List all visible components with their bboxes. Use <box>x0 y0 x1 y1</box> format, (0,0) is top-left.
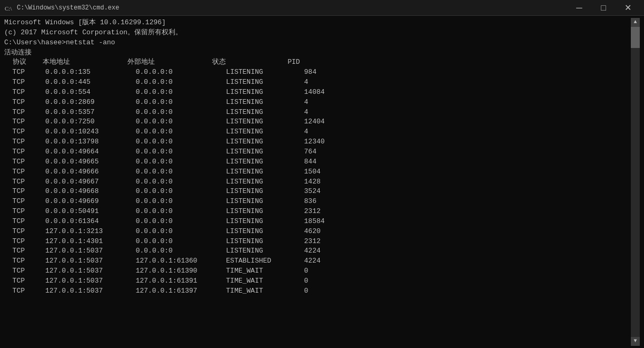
terminal-line: 活动连接 <box>4 48 631 58</box>
terminal-line: TCP 127.0.0.1:3213 0.0.0.0:0 LISTENING 4… <box>4 227 631 237</box>
terminal-line: TCP 0.0.0.0:554 0.0.0.0:0 LISTENING 1408… <box>4 88 631 98</box>
maximize-button[interactable]: □ <box>591 0 616 16</box>
window-title: C:\Windows\system32\cmd.exe <box>17 4 119 12</box>
terminal-line: TCP 0.0.0.0:445 0.0.0.0:0 LISTENING 4 <box>4 78 631 88</box>
terminal-line: 协议 本地地址 外部地址 状态 PID <box>4 57 631 67</box>
terminal-content: Microsoft Windows [版本 10.0.16299.1296](c… <box>4 18 631 346</box>
terminal-line: TCP 0.0.0.0:13798 0.0.0.0:0 LISTENING 12… <box>4 137 631 147</box>
terminal-line: TCP 0.0.0.0:50491 0.0.0.0:0 LISTENING 23… <box>4 207 631 217</box>
terminal-line: TCP 127.0.0.1:4301 0.0.0.0:0 LISTENING 2… <box>4 237 631 247</box>
terminal-line: TCP 0.0.0.0:10243 0.0.0.0:0 LISTENING 4 <box>4 127 631 137</box>
terminal-line: TCP 0.0.0.0:49664 0.0.0.0:0 LISTENING 76… <box>4 147 631 157</box>
terminal-line: TCP 0.0.0.0:49668 0.0.0.0:0 LISTENING 35… <box>4 187 631 197</box>
scroll-track[interactable] <box>631 27 640 337</box>
close-button[interactable]: ✕ <box>616 0 640 16</box>
terminal-line: Microsoft Windows [版本 10.0.16299.1296] <box>4 18 631 28</box>
cmd-icon: C:\ <box>4 4 13 12</box>
terminal-line: TCP 0.0.0.0:7250 0.0.0.0:0 LISTENING 124… <box>4 117 631 127</box>
terminal-line: TCP 127.0.0.1:5037 127.0.0.1:61390 TIME_… <box>4 266 631 276</box>
scroll-container: Microsoft Windows [版本 10.0.16299.1296](c… <box>4 18 640 346</box>
scroll-down-arrow[interactable]: ▼ <box>631 337 640 346</box>
terminal-line: TCP 0.0.0.0:5357 0.0.0.0:0 LISTENING 4 <box>4 108 631 118</box>
terminal-line: TCP 127.0.0.1:5037 127.0.0.1:61360 ESTAB… <box>4 256 631 266</box>
terminal-line: TCP 0.0.0.0:135 0.0.0.0:0 LISTENING 984 <box>4 67 631 78</box>
scroll-up-arrow[interactable]: ▲ <box>631 18 640 27</box>
terminal-line: TCP 127.0.0.1:5037 127.0.0.1:61397 TIME_… <box>4 286 631 296</box>
titlebar: C:\ C:\Windows\system32\cmd.exe ─ □ ✕ <box>0 0 644 16</box>
terminal-area: Microsoft Windows [版本 10.0.16299.1296](c… <box>0 16 644 348</box>
terminal-line: TCP 0.0.0.0:61364 0.0.0.0:0 LISTENING 18… <box>4 217 631 227</box>
scroll-thumb[interactable] <box>631 27 640 48</box>
window: C:\ C:\Windows\system32\cmd.exe ─ □ ✕ Mi… <box>0 0 644 348</box>
terminal-line: TCP 127.0.0.1:5037 127.0.0.1:61391 TIME_… <box>4 276 631 286</box>
scrollbar[interactable]: ▲ ▼ <box>631 18 640 346</box>
terminal-line: TCP 127.0.0.1:5037 0.0.0.0:0 LISTENING 4… <box>4 246 631 256</box>
terminal-line: TCP 0.0.0.0:49666 0.0.0.0:0 LISTENING 15… <box>4 167 631 177</box>
window-controls: ─ □ ✕ <box>567 0 640 16</box>
terminal-line: TCP 0.0.0.0:49669 0.0.0.0:0 LISTENING 83… <box>4 197 631 207</box>
terminal-line: (c) 2017 Microsoft Corporation。保留所有权利。 <box>4 28 631 38</box>
terminal-line: TCP 0.0.0.0:49665 0.0.0.0:0 LISTENING 84… <box>4 157 631 167</box>
terminal-line: TCP 0.0.0.0:2869 0.0.0.0:0 LISTENING 4 <box>4 98 631 108</box>
terminal-line: TCP 0.0.0.0:49667 0.0.0.0:0 LISTENING 14… <box>4 177 631 187</box>
svg-text:C:\: C:\ <box>5 5 12 12</box>
minimize-button[interactable]: ─ <box>567 0 591 16</box>
terminal-line: C:\Users\hasee>netstat -ano <box>4 38 631 48</box>
titlebar-left: C:\ C:\Windows\system32\cmd.exe <box>4 4 119 12</box>
